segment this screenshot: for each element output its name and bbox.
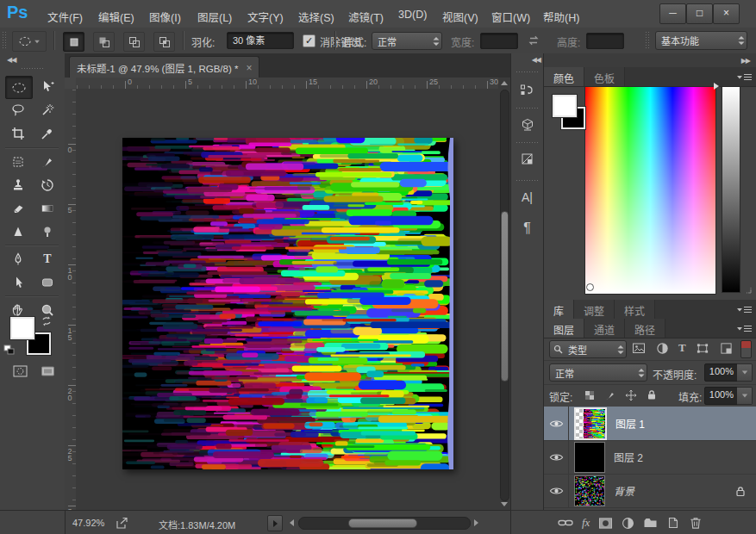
swap-dimensions-icon[interactable] — [527, 34, 540, 47]
menu-file[interactable]: 文件(F) — [41, 6, 89, 28]
canvas-area[interactable] — [76, 89, 498, 510]
document-tab[interactable]: 未标题-1 @ 47.9% (图层 1, RGB/8) * × — [69, 56, 259, 78]
status-options-button[interactable] — [267, 515, 283, 531]
tab-color[interactable]: 颜色 — [544, 67, 584, 86]
brush-tool[interactable] — [34, 151, 60, 172]
horizontal-scroll-thumb[interactable] — [348, 518, 417, 528]
panel-menu-icon[interactable] — [737, 305, 753, 315]
collapse-dock-icon[interactable]: ▶▶ — [741, 57, 750, 65]
pen-tool[interactable] — [5, 248, 31, 270]
dock-grip[interactable] — [515, 71, 539, 74]
magic-wand-tool[interactable] — [34, 99, 60, 121]
workspace-grip[interactable] — [645, 31, 650, 50]
filter-adjustment-layers-icon[interactable] — [656, 342, 669, 355]
menu-edit[interactable]: 编辑(E) — [92, 6, 141, 28]
lock-transparency-icon[interactable] — [584, 389, 596, 401]
visibility-toggle[interactable] — [544, 440, 569, 474]
sharpen-tool[interactable] — [5, 220, 31, 242]
vertical-scroll-thumb[interactable] — [501, 211, 509, 382]
expand-dock-icon[interactable]: ◀◀ — [532, 56, 540, 64]
filter-type-layers-icon[interactable]: T — [678, 341, 686, 355]
path-selection-tool[interactable] — [5, 271, 31, 293]
vertical-scroll-track[interactable] — [500, 90, 509, 501]
3d-panel-button[interactable] — [513, 112, 541, 138]
clone-stamp-tool[interactable] — [5, 174, 31, 196]
filter-pixel-layers-icon[interactable] — [632, 342, 646, 355]
history-brush-tool[interactable] — [34, 174, 60, 196]
quick-mask-button[interactable] — [7, 360, 33, 382]
minimize-button[interactable]: ─ — [659, 3, 686, 24]
foreground-color-swatch[interactable] — [10, 317, 34, 339]
subtract-from-selection-button[interactable] — [123, 32, 145, 52]
menu-3d[interactable]: 3D(D) — [392, 6, 433, 23]
menu-window[interactable]: 窗口(W) — [485, 6, 536, 28]
filter-kind-select[interactable]: 类型 — [549, 340, 627, 358]
move-tool[interactable] — [34, 76, 60, 97]
intersect-selection-button[interactable] — [153, 32, 175, 52]
tab-paths[interactable]: 路径 — [625, 319, 665, 338]
width-input[interactable] — [480, 33, 518, 49]
lock-all-icon[interactable] — [646, 388, 658, 400]
tab-channels[interactable]: 通道 — [584, 319, 625, 338]
eyedropper-tool[interactable] — [34, 122, 60, 144]
spot-healing-tool[interactable] — [5, 151, 31, 172]
visibility-toggle[interactable] — [544, 474, 569, 507]
panel-menu-icon[interactable] — [737, 324, 753, 334]
new-adjustment-layer-button[interactable] — [622, 517, 634, 530]
history-panel-button[interactable] — [513, 78, 541, 103]
opacity-dropdown-button[interactable] — [737, 363, 753, 382]
layer-name[interactable]: 图层 2 — [614, 450, 756, 464]
menu-view[interactable]: 视图(V) — [436, 6, 484, 28]
document-canvas[interactable] — [122, 138, 453, 469]
new-selection-button[interactable] — [63, 32, 84, 52]
type-tool[interactable]: T — [34, 248, 60, 270]
foreground-color-swatch[interactable] — [553, 95, 577, 117]
properties-panel-button[interactable] — [513, 146, 541, 172]
menu-help[interactable]: 帮助(H) — [537, 6, 585, 28]
fill-dropdown-button[interactable] — [737, 387, 753, 405]
grayscale-ramp[interactable] — [722, 86, 740, 293]
lasso-tool[interactable] — [5, 99, 31, 121]
layer-style-button[interactable]: fx — [582, 516, 590, 530]
tab-swatches[interactable]: 色板 — [584, 67, 625, 86]
character-panel-button[interactable]: A| — [513, 184, 541, 210]
paragraph-panel-button[interactable]: ¶ — [513, 215, 541, 241]
new-group-button[interactable] — [643, 517, 658, 529]
layer-row-2[interactable]: 图层 2 — [544, 440, 756, 475]
collapse-tools-icon[interactable]: ◀◀ — [7, 56, 16, 64]
share-icon[interactable] — [116, 517, 129, 529]
panel-menu-icon[interactable] — [737, 72, 753, 83]
new-layer-button[interactable] — [666, 516, 680, 530]
add-layer-mask-button[interactable] — [598, 517, 613, 530]
scroll-up-icon[interactable] — [501, 81, 508, 85]
crop-tool[interactable] — [5, 122, 31, 144]
layer-name[interactable]: 背景 — [614, 483, 734, 498]
menu-filter[interactable]: 滤镜(T) — [342, 6, 390, 28]
tab-layers[interactable]: 图层 — [544, 319, 584, 338]
height-input[interactable] — [586, 33, 624, 49]
shape-tool[interactable] — [34, 271, 60, 293]
visibility-toggle[interactable] — [544, 407, 569, 440]
menu-select[interactable]: 选择(S) — [292, 6, 341, 28]
color-spectrum-ramp[interactable] — [584, 86, 716, 295]
filter-shape-layers-icon[interactable] — [696, 342, 709, 355]
scroll-down-icon[interactable] — [501, 502, 508, 506]
horizontal-scroll-track[interactable] — [298, 517, 471, 530]
blend-mode-select[interactable]: 正常 — [549, 363, 647, 382]
delete-layer-button[interactable] — [689, 516, 703, 530]
tab-adjustments[interactable]: 调整 — [574, 300, 615, 319]
dock-grip[interactable] — [515, 179, 539, 183]
opacity-input[interactable]: 100% — [704, 363, 739, 382]
screen-mode-button[interactable] — [34, 360, 60, 382]
scroll-right-icon[interactable] — [474, 519, 478, 526]
link-layers-button[interactable] — [558, 518, 573, 528]
scroll-left-icon[interactable] — [290, 519, 294, 526]
color-picker-marker[interactable] — [586, 283, 594, 291]
options-grip[interactable] — [2, 31, 7, 50]
dock-grip[interactable] — [515, 107, 539, 110]
menu-layer[interactable]: 图层(L) — [191, 6, 238, 28]
close-button[interactable]: × — [713, 3, 740, 24]
fill-input[interactable]: 100% — [704, 387, 739, 405]
elliptical-marquee-tool[interactable] — [5, 76, 33, 99]
add-to-selection-button[interactable] — [93, 32, 115, 52]
